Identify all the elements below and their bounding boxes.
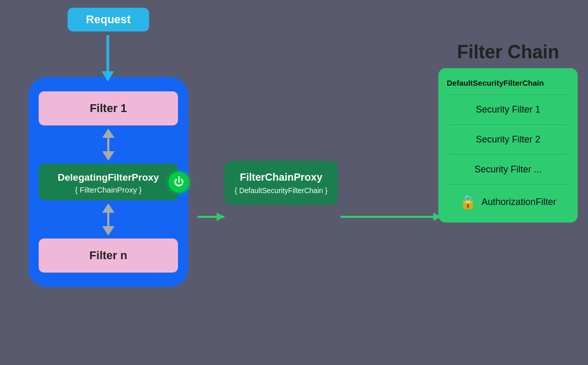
diagram-container: Request Filter 1 DelegatingFilterProxy {… bbox=[0, 0, 588, 365]
arrow-up-icon-2 bbox=[102, 203, 115, 213]
filter-chain-title: Filter Chain bbox=[438, 41, 578, 63]
lock-icon: 🔒 bbox=[460, 194, 476, 210]
request-label: Request bbox=[86, 13, 131, 26]
power-icon: ⏻ bbox=[169, 172, 189, 193]
right-section: Filter Chain DefaultSecurityFilterChain … bbox=[438, 41, 578, 223]
blue-container: Filter 1 DelegatingFilterProxy { FilterC… bbox=[28, 77, 188, 287]
delegating-subtitle: { FilterChainProxy } bbox=[45, 185, 172, 194]
security-filter-ellipsis: Security Filter ... bbox=[447, 155, 569, 184]
arrow-up-icon bbox=[102, 129, 115, 138]
authorization-label: AuthorizationFilter bbox=[481, 197, 556, 208]
security-filter-2: Security Filter 2 bbox=[447, 125, 569, 154]
filter-chain-proxy-subtitle: { DefaultSecurityFilterChain } bbox=[234, 186, 329, 194]
chain-header: DefaultSecurityFilterChain bbox=[447, 78, 569, 87]
bidir-arrow-top bbox=[102, 129, 115, 161]
bidir-arrow-bottom bbox=[102, 203, 115, 235]
delegating-title: DelegatingFilterProxy bbox=[45, 172, 172, 183]
svg-marker-3 bbox=[217, 213, 224, 221]
filter-chain-proxy-box: FilterChainProxy { DefaultSecurityFilter… bbox=[224, 161, 338, 204]
security-filter-1: Security Filter 1 bbox=[447, 95, 569, 124]
arrow-down-icon bbox=[102, 151, 115, 161]
arrow-stem-v bbox=[107, 138, 109, 151]
arrow-stem-v-2 bbox=[107, 213, 109, 226]
left-section: Request Filter 1 DelegatingFilterProxy {… bbox=[28, 8, 188, 287]
middle-section: FilterChainProxy { DefaultSecurityFilter… bbox=[224, 161, 338, 204]
authorization-row: 🔒 AuthorizationFilter bbox=[447, 185, 569, 212]
filter1-label: Filter 1 bbox=[90, 102, 127, 115]
filter-chain-proxy-title: FilterChainProxy bbox=[234, 171, 329, 183]
filter1-box: Filter 1 bbox=[39, 91, 178, 125]
request-box: Request bbox=[68, 8, 150, 31]
delegating-filter-proxy-box: DelegatingFilterProxy { FilterChainProxy… bbox=[39, 164, 178, 200]
arrow-down-icon-2 bbox=[102, 226, 115, 235]
filtern-label: Filter n bbox=[89, 249, 127, 262]
filtern-box: Filter n bbox=[39, 239, 178, 273]
filter-chain-panel: DefaultSecurityFilterChain Security Filt… bbox=[438, 68, 578, 223]
